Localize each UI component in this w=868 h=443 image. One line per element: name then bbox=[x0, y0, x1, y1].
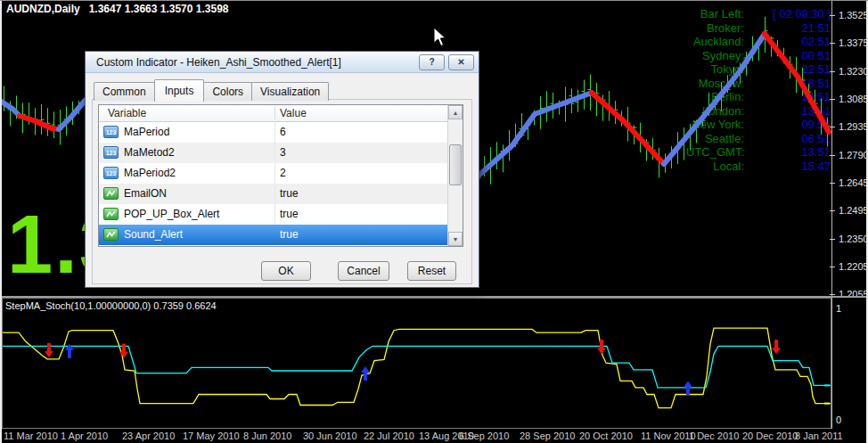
price-label: 1.2790 bbox=[839, 150, 868, 160]
dialog-tab-bar: CommonInputsColorsVisualization bbox=[94, 79, 328, 101]
date-label: 8 Jun 2010 bbox=[243, 431, 291, 441]
tab-common[interactable]: Common bbox=[94, 82, 155, 101]
parameters-table: Variable Value 123MaPeriod6123MaMetod231… bbox=[98, 104, 463, 247]
price-label: 1.3230 bbox=[839, 66, 868, 77]
price-label: 1.2350 bbox=[839, 234, 868, 244]
price-label: 1.2645 bbox=[839, 177, 868, 188]
scroll-thumb[interactable] bbox=[449, 144, 462, 185]
scroll-up-icon[interactable]: ▲ bbox=[448, 105, 463, 119]
custom-indicator-dialog: Custom Indicator - Heiken_Ashi_Smoothed_… bbox=[85, 51, 479, 288]
help-button[interactable]: ? bbox=[419, 54, 445, 70]
mouse-cursor bbox=[433, 27, 447, 47]
price-tick bbox=[830, 210, 835, 211]
price-label: 1.3525 bbox=[839, 10, 868, 21]
mt4-chart-window: AUDNZD,Daily 1.3647 1.3663 1.3570 1.3598… bbox=[0, 0, 868, 443]
table-scrollbar[interactable]: ▲ ▼ bbox=[447, 105, 463, 246]
numeric-param-icon: 123 bbox=[103, 146, 119, 159]
param-value[interactable]: 3 bbox=[280, 146, 286, 159]
param-name: MaPeriod bbox=[124, 126, 169, 138]
date-label: 23 Apr 2010 bbox=[122, 431, 175, 441]
close-button[interactable]: ✕ bbox=[448, 54, 474, 70]
param-name: POP_UP_Box_Alert bbox=[124, 208, 219, 220]
param-row-pop_up_box_alert[interactable]: POP_UP_Box_Alerttrue bbox=[99, 204, 463, 225]
price-tick bbox=[830, 155, 835, 156]
bool-param-icon bbox=[103, 208, 119, 220]
indicator-plot-area[interactable] bbox=[3, 299, 831, 428]
price-label: 1.2495 bbox=[839, 205, 868, 216]
date-label: 20 Dec 2010 bbox=[742, 431, 798, 441]
param-value[interactable]: true bbox=[280, 187, 299, 200]
param-row-mametod2[interactable]: 123MaMetod23 bbox=[99, 143, 463, 163]
dialog-title: Custom Indicator - Heiken_Ashi_Smoothed_… bbox=[90, 56, 415, 69]
price-label: 1.2055 bbox=[839, 289, 868, 299]
indicator-label: StepMA_Stoch(10,1.00000000,0) 0.7359 0.6… bbox=[5, 300, 217, 311]
indicator-subwindow[interactable]: StepMA_Stoch(10,1.00000000,0) 0.7359 0.6… bbox=[2, 298, 831, 429]
date-label: 28 Sep 2010 bbox=[520, 431, 575, 441]
param-name: Sound_Alert bbox=[124, 228, 183, 241]
price-label: 1.2205 bbox=[839, 261, 868, 272]
date-label: 22 Jul 2010 bbox=[364, 431, 414, 441]
param-row-maperiod2[interactable]: 123MaPeriod22 bbox=[99, 163, 463, 184]
bool-param-icon bbox=[103, 228, 119, 241]
date-label: 11 Nov 2010 bbox=[641, 431, 696, 441]
price-tick bbox=[830, 239, 835, 240]
dialog-titlebar[interactable]: Custom Indicator - Heiken_Ashi_Smoothed_… bbox=[86, 52, 479, 73]
window-edge-left bbox=[0, 0, 2, 443]
window-edge-top bbox=[0, 0, 868, 1]
chart-symbol-title: AUDNZD,Daily 1.3647 1.3663 1.3570 1.3598 bbox=[6, 3, 229, 15]
param-row-sound_alert[interactable]: Sound_Alerttrue bbox=[99, 225, 463, 245]
column-header-value[interactable]: Value bbox=[280, 107, 307, 119]
subwindow-divider[interactable] bbox=[0, 296, 868, 298]
bool-param-icon bbox=[103, 187, 119, 200]
table-rows: 123MaPeriod6123MaMetod23123MaPeriod22Ema… bbox=[99, 122, 463, 245]
indicator-scale-max: 1 bbox=[836, 303, 841, 314]
tab-inputs[interactable]: Inputs bbox=[154, 79, 205, 102]
date-label: 20 Oct 2010 bbox=[579, 431, 633, 441]
date-label: 17 May 2010 bbox=[183, 431, 240, 441]
price-tick bbox=[830, 267, 835, 267]
date-label: 6 Sep 2010 bbox=[459, 431, 509, 441]
param-name: MaPeriod2 bbox=[124, 167, 176, 179]
price-tick bbox=[830, 183, 835, 184]
date-axis[interactable]: 11 Mar 20101 Apr 201023 Apr 201017 May 2… bbox=[0, 430, 868, 443]
cancel-button[interactable]: Cancel bbox=[338, 261, 389, 281]
param-row-maperiod[interactable]: 123MaPeriod6 bbox=[99, 122, 463, 143]
param-value[interactable]: 6 bbox=[280, 126, 286, 138]
price-label: 1.3085 bbox=[839, 94, 868, 104]
price-tick bbox=[830, 15, 835, 16]
param-value[interactable]: true bbox=[280, 208, 299, 220]
scroll-down-icon[interactable]: ▼ bbox=[448, 232, 463, 246]
indicator-scale-min: 0 bbox=[836, 414, 841, 425]
date-label: 30 Jun 2010 bbox=[303, 431, 357, 441]
param-value[interactable]: 2 bbox=[280, 167, 286, 179]
price-tick bbox=[830, 294, 835, 295]
price-label: 1.3375 bbox=[839, 37, 868, 48]
param-value[interactable]: true bbox=[280, 228, 299, 241]
price-axis[interactable]: 1.35251.33751.32301.30851.29351.27901.26… bbox=[831, 0, 868, 429]
ok-button[interactable]: OK bbox=[261, 261, 311, 281]
price-tick bbox=[830, 99, 835, 100]
reset-button[interactable]: Reset bbox=[407, 261, 456, 281]
table-header-row: Variable Value bbox=[99, 105, 463, 122]
param-name: MaMetod2 bbox=[124, 146, 175, 159]
param-name: EmailON bbox=[124, 187, 167, 200]
tab-visualization[interactable]: Visualization bbox=[251, 82, 329, 101]
price-tick bbox=[830, 43, 835, 44]
column-header-variable[interactable]: Variable bbox=[108, 107, 146, 119]
date-label: 11 Mar 2010 bbox=[4, 431, 58, 441]
param-row-emailon[interactable]: EmailONtrue bbox=[99, 184, 463, 204]
tab-colors[interactable]: Colors bbox=[203, 82, 252, 101]
date-label: 1 Dec 2010 bbox=[689, 431, 739, 441]
date-label: 8 Jan 2011 bbox=[795, 431, 843, 441]
numeric-param-icon: 123 bbox=[103, 126, 119, 138]
price-tick bbox=[830, 71, 835, 72]
price-tick bbox=[830, 127, 835, 127]
date-label: 1 Apr 2010 bbox=[61, 431, 108, 441]
price-label: 1.2935 bbox=[839, 121, 868, 132]
numeric-param-icon: 123 bbox=[103, 167, 119, 179]
